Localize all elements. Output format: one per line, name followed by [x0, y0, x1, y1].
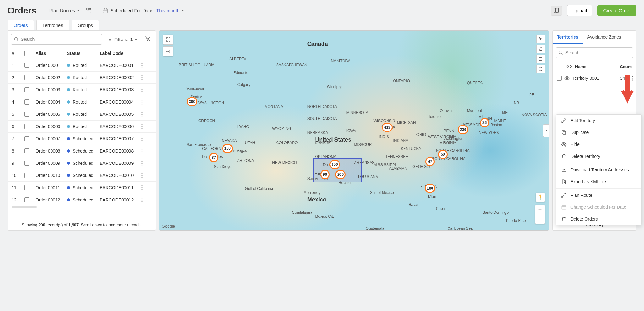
map-cluster[interactable]: 100: [222, 144, 233, 153]
territory-more-button[interactable]: [632, 76, 633, 81]
map-cluster[interactable]: 300: [187, 97, 197, 106]
table-row[interactable]: 12 Order 00012 Scheduled BARCODE00012: [8, 194, 156, 206]
row-checkbox[interactable]: [24, 63, 29, 68]
svg-rect-44: [541, 198, 541, 200]
row-checkbox[interactable]: [24, 75, 29, 80]
table-row[interactable]: 11 Order 00011 Scheduled BARCODE00011: [8, 182, 156, 194]
scheduled-value-dropdown[interactable]: This month: [156, 8, 184, 13]
map-cluster[interactable]: 26: [480, 118, 489, 127]
eye-icon[interactable]: [564, 75, 570, 81]
map-panel[interactable]: CanadaUnited StatesMexicoGuatemalaBRITIS…: [159, 30, 549, 231]
row-checkbox[interactable]: [24, 99, 29, 105]
svg-point-25: [142, 153, 143, 153]
menu-delete-territory[interactable]: Delete Territory: [556, 150, 641, 162]
menu-delete-orders[interactable]: Delete Orders: [556, 213, 641, 225]
row-more-button[interactable]: [137, 75, 147, 80]
row-checkbox[interactable]: [24, 197, 29, 202]
columns-config-icon[interactable]: [85, 7, 92, 14]
row-more-button[interactable]: [137, 148, 147, 153]
svg-point-6: [142, 77, 143, 78]
row-checkbox[interactable]: [24, 112, 29, 117]
row-checkbox[interactable]: [24, 148, 29, 153]
row-checkbox[interactable]: [24, 185, 29, 190]
tab-territories[interactable]: Territories: [36, 20, 69, 30]
territories-search-input[interactable]: [556, 48, 633, 58]
menu-edit-territory[interactable]: Edit Territory: [556, 115, 641, 126]
menu-hide[interactable]: Hide: [556, 138, 641, 150]
territory-checkbox[interactable]: [557, 76, 562, 81]
svg-rect-52: [563, 131, 566, 134]
rectangle-tool[interactable]: [536, 55, 545, 63]
tab-groups[interactable]: Groups: [72, 20, 99, 30]
plan-routes-dropdown[interactable]: Plan Routes: [49, 8, 80, 13]
map-settings-button[interactable]: [163, 46, 173, 56]
row-alias: Order 00005: [36, 112, 67, 117]
table-row[interactable]: 9 Order 00009 Scheduled BARCODE00009: [8, 157, 156, 169]
expand-right-tab[interactable]: [543, 124, 549, 137]
fullscreen-button[interactable]: [163, 35, 173, 45]
map-cluster[interactable]: 50: [438, 150, 448, 159]
row-more-button[interactable]: [137, 87, 147, 92]
filters-button[interactable]: Filters: 1: [104, 35, 140, 44]
table-row[interactable]: 1 Order 00001 Routed BARCODE00001: [8, 59, 156, 72]
svg-point-17: [142, 124, 143, 125]
upload-button[interactable]: Upload: [567, 5, 593, 16]
row-checkbox[interactable]: [24, 136, 29, 141]
select-all-checkbox[interactable]: [24, 51, 29, 56]
table-row[interactable]: 5 Order 00005 Routed BARCODE00005: [8, 108, 156, 121]
map-background: [159, 31, 549, 230]
menu-export-kml[interactable]: Export as KML file: [556, 176, 641, 188]
map-cluster[interactable]: 230: [458, 125, 468, 134]
row-more-button[interactable]: [137, 99, 147, 105]
clear-filter-button[interactable]: [143, 34, 152, 45]
map-cluster[interactable]: 90: [320, 170, 330, 179]
row-checkbox[interactable]: [24, 87, 29, 92]
table-row[interactable]: 7 Order 00007 Scheduled BARCODE00007: [8, 133, 156, 145]
map-cluster[interactable]: 150: [329, 160, 340, 169]
table-row[interactable]: 4 Order 00004 Routed BARCODE00004: [8, 96, 156, 108]
row-more-button[interactable]: [137, 197, 147, 202]
orders-search-input[interactable]: [11, 34, 102, 44]
map-cluster[interactable]: 100: [425, 184, 435, 193]
polygon-tool[interactable]: [536, 45, 545, 53]
horizontal-scrollbar[interactable]: [12, 206, 152, 209]
row-checkbox[interactable]: [24, 124, 29, 129]
row-more-button[interactable]: [137, 161, 147, 166]
tab-orders[interactable]: Orders: [8, 20, 34, 30]
svg-point-14: [142, 112, 143, 113]
menu-duplicate[interactable]: Duplicate: [556, 126, 641, 138]
map-cluster[interactable]: 87: [209, 153, 218, 162]
row-checkbox[interactable]: [24, 161, 29, 166]
territory-row[interactable]: Territory 0001 340: [553, 72, 636, 84]
row-more-button[interactable]: [137, 185, 147, 190]
row-label: BARCODE00007: [100, 136, 137, 141]
map-cluster[interactable]: 413: [382, 123, 393, 132]
row-more-button[interactable]: [137, 173, 147, 178]
map-toggle-button[interactable]: [551, 6, 562, 16]
zoom-in-button[interactable]: +: [535, 205, 545, 214]
row-more-button[interactable]: [137, 136, 147, 141]
svg-point-31: [142, 177, 143, 178]
gear-icon: [166, 49, 171, 54]
svg-point-5: [142, 75, 143, 76]
menu-plan-route[interactable]: Plan Route: [556, 189, 641, 201]
table-row[interactable]: 10 Order 00010 Scheduled BARCODE00010: [8, 169, 156, 182]
zoom-out-button[interactable]: −: [535, 214, 545, 224]
map-cluster[interactable]: 200: [335, 170, 346, 179]
right-tab-territories[interactable]: Territories: [553, 31, 583, 44]
create-order-button[interactable]: Create Order: [597, 5, 636, 16]
right-tab-avoidance[interactable]: Avoidance Zones: [583, 31, 625, 44]
row-more-button[interactable]: [137, 63, 147, 68]
row-more-button[interactable]: [137, 124, 147, 129]
circle-tool[interactable]: [536, 65, 545, 73]
table-row[interactable]: 3 Order 00003 Routed BARCODE00003: [8, 84, 156, 96]
cursor-tool[interactable]: [536, 35, 545, 43]
table-row[interactable]: 2 Order 00002 Routed BARCODE00002: [8, 72, 156, 84]
pegman-button[interactable]: [536, 193, 545, 202]
menu-download-addresses[interactable]: Download Territory Addresses: [556, 164, 641, 176]
map-cluster[interactable]: 47: [425, 157, 435, 166]
table-row[interactable]: 6 Order 00006 Routed BARCODE00006: [8, 121, 156, 133]
table-row[interactable]: 8 Order 00008 Scheduled BARCODE00008: [8, 145, 156, 157]
row-more-button[interactable]: [137, 112, 147, 117]
row-checkbox[interactable]: [24, 173, 29, 178]
